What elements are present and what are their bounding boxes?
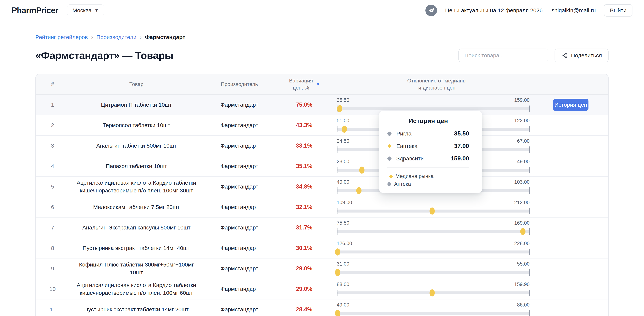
min-price-label: 126.00 xyxy=(337,241,352,246)
pharmacy-price: 159.00 xyxy=(451,155,469,162)
prices-actual-date: Цены актуальны на 12 февраля 2026 xyxy=(445,7,543,13)
manufacturer-name: Фармстандарт xyxy=(204,286,275,292)
range-end-tick xyxy=(529,269,530,276)
app-logo: PharmPricer xyxy=(12,6,58,15)
median-price-dot xyxy=(337,105,342,112)
title-row: «Фармстандарт» — Товары Поделиться xyxy=(36,49,608,62)
price-range-slider xyxy=(337,269,530,276)
median-price-dot xyxy=(356,187,362,194)
column-header-index: # xyxy=(36,81,69,88)
price-range-cell: 75.50 169.00 xyxy=(333,220,541,235)
row-index: 7 xyxy=(36,224,69,231)
share-button[interactable]: Поделиться xyxy=(554,49,608,62)
breadcrumb-separator-icon: › xyxy=(140,34,142,40)
price-range-cell: 126.00 228.00 xyxy=(333,241,541,256)
column-header-manufacturer: Производитель xyxy=(204,81,275,88)
price-variation-value: 31.7% xyxy=(275,224,333,231)
table-row[interactable]: 3 Анальгин таблетки 500мг 10шт Фармстанд… xyxy=(36,136,608,156)
pharmacy-name: Ригла xyxy=(396,131,412,137)
legend-median-label: Медиана рынка xyxy=(396,172,434,180)
range-end-tick xyxy=(529,106,530,112)
row-index: 1 xyxy=(36,102,69,108)
price-range-slider xyxy=(337,289,530,297)
column-header-product: Товар xyxy=(69,81,204,88)
share-icon xyxy=(561,52,568,59)
price-range-cell: 109.00 212.00 xyxy=(333,200,541,215)
table-row[interactable]: 8 Пустырника экстракт таблетки 14мг 40шт… xyxy=(36,238,608,259)
table-row[interactable]: 6 Мелоксикам таблетки 7,5мг 20шт Фармста… xyxy=(36,197,608,218)
price-range-cell: 35.50 159.00 xyxy=(333,97,541,112)
city-selector[interactable]: Москва ▼ xyxy=(67,4,104,16)
range-end-tick xyxy=(529,147,530,153)
tooltip-entry: Ригла 35.50 xyxy=(388,130,469,137)
range-start-tick xyxy=(337,167,338,173)
price-variation-value: 29.0% xyxy=(275,286,333,292)
price-range-labels: 35.50 159.00 xyxy=(337,97,530,103)
breadcrumb: Рейтинг ретейлеров › Производители › Фар… xyxy=(36,34,608,40)
price-range-slider xyxy=(337,248,530,256)
products-table: # Товар Производитель Вариация цен, % ▼ … xyxy=(36,74,608,316)
min-price-label: 51.00 xyxy=(337,118,350,124)
page-title: «Фармстандарт» — Товары xyxy=(36,49,173,61)
price-range-track xyxy=(337,230,530,233)
median-price-dot xyxy=(335,269,340,276)
median-price-dot xyxy=(430,289,435,297)
table-row[interactable]: 1 Цитрамон П таблетки 10шт Фармстандарт … xyxy=(36,95,608,115)
price-range-labels: 109.00 212.00 xyxy=(337,200,530,205)
logout-button[interactable]: Выйти xyxy=(604,4,632,16)
row-index: 5 xyxy=(36,183,69,190)
price-range-track xyxy=(337,107,530,110)
row-index: 4 xyxy=(36,163,69,169)
price-range-labels: 88.00 159.90 xyxy=(337,282,530,287)
column-header-variation[interactable]: Вариация цен, % ▼ xyxy=(275,77,333,91)
table-row[interactable]: 5 Ацетилсалициловая кислота Кардио табле… xyxy=(36,177,608,197)
manufacturer-name: Фармстандарт xyxy=(204,163,275,169)
topbar: PharmPricer Москва ▼ Цены актуальны на 1… xyxy=(0,0,644,21)
row-index: 9 xyxy=(36,265,69,272)
max-price-label: 169.00 xyxy=(514,220,530,226)
tooltip-entry: Еаптека 37.00 xyxy=(388,143,469,150)
price-variation-value: 75.0% xyxy=(275,101,333,108)
price-variation-value: 28.4% xyxy=(275,306,333,313)
table-row[interactable]: 11 Пустырник экстракт таблетки 14мг 20шт… xyxy=(36,300,608,316)
table-row[interactable]: 10 Ацетилсалициловая кислота Кардио табл… xyxy=(36,279,608,300)
table-row[interactable]: 7 Анальгин-ЭкстраКап капсулы 500мг 10шт … xyxy=(36,218,608,238)
variation-header-label: Вариация цен, % xyxy=(288,77,314,91)
table-row[interactable]: 4 Папазол таблетки 10шт Фармстандарт 35.… xyxy=(36,156,608,177)
manufacturer-name: Фармстандарт xyxy=(204,102,275,108)
max-price-label: 103.00 xyxy=(514,179,530,185)
product-name: Цитрамон П таблетки 10шт xyxy=(69,99,204,111)
range-start-tick xyxy=(337,147,338,153)
product-name: Ацетилсалициловая кислота Кардио таблетк… xyxy=(69,279,204,299)
pharmacy-marker-icon xyxy=(388,157,392,160)
caret-down-icon: ▼ xyxy=(94,8,98,12)
row-index: 10 xyxy=(36,286,69,292)
user-email: shigalkin@mail.ru xyxy=(552,7,596,13)
median-legend-icon xyxy=(389,174,393,178)
tooltip-title: История цен xyxy=(388,117,469,125)
table-body: 1 Цитрамон П таблетки 10шт Фармстандарт … xyxy=(36,95,608,316)
price-range-slider xyxy=(337,228,530,235)
min-price-label: 31.00 xyxy=(337,261,350,267)
manufacturer-name: Фармстандарт xyxy=(204,204,275,210)
telegram-icon[interactable] xyxy=(426,5,437,16)
breadcrumb-manufacturers-link[interactable]: Производители xyxy=(96,34,136,40)
price-variation-value: 34.8% xyxy=(275,183,333,190)
product-name: Пустырника экстракт таблетки 14мг 40шт xyxy=(69,242,204,254)
product-name: Пустырник экстракт таблетки 14мг 20шт xyxy=(69,304,204,315)
pharmacy-price: 35.50 xyxy=(454,130,469,137)
breadcrumb-separator-icon: › xyxy=(91,34,93,40)
breadcrumb-retailers-link[interactable]: Рейтинг ретейлеров xyxy=(36,34,88,40)
range-end-tick xyxy=(529,228,530,235)
price-range-labels: 49.00 86.00 xyxy=(337,302,530,308)
table-row[interactable]: 2 Термопсол таблетки 10шт Фармстандарт 4… xyxy=(36,115,608,136)
range-end-tick xyxy=(529,126,530,132)
manufacturer-name: Фармстандарт xyxy=(204,122,275,128)
search-input[interactable] xyxy=(458,49,548,62)
price-range-track xyxy=(337,251,530,253)
pharmacy-name: Еаптека xyxy=(396,143,418,149)
range-end-tick xyxy=(529,290,530,296)
product-name: Термопсол таблетки 10шт xyxy=(69,120,204,131)
history-button[interactable]: История цен xyxy=(553,99,588,111)
table-row[interactable]: 9 Кофицил-Плюс таблетки 300мг+50мг+100мг… xyxy=(36,259,608,279)
